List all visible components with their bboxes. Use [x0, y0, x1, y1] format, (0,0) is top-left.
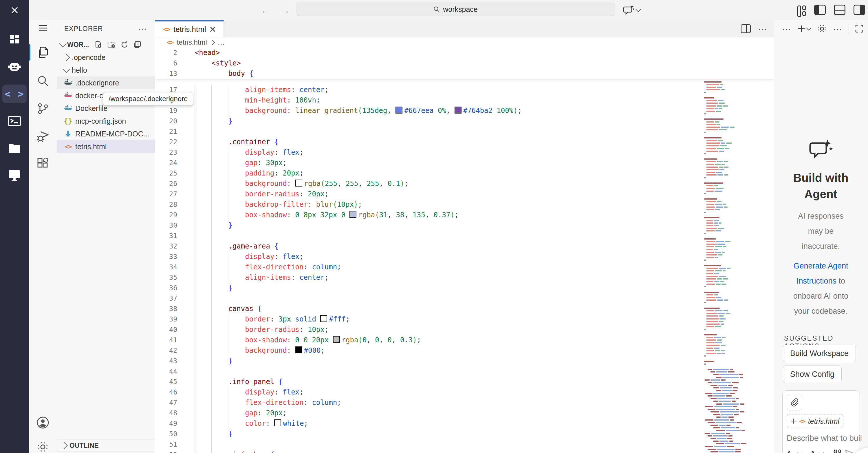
close-window-button[interactable]	[0, 0, 29, 20]
chat-composer[interactable]: <> tetris.html Describe what to buil A..…	[782, 390, 860, 453]
customize-layout-icon[interactable]	[797, 5, 806, 14]
code-line[interactable]: 50 }	[155, 429, 774, 439]
code-line[interactable]: 39 border: 3px solid #fff;	[155, 314, 774, 324]
code-line[interactable]: 46 display: flex;	[155, 387, 774, 397]
menu-icon[interactable]	[29, 18, 57, 38]
collapse-all-icon[interactable]	[133, 41, 142, 49]
chat-menu-button[interactable]	[622, 4, 640, 16]
code-line[interactable]: 45 .info-panel {	[155, 376, 774, 387]
code-line[interactable]: 32 .game-area {	[155, 241, 774, 251]
code-line[interactable]: 18 min-height: 100vh;	[155, 95, 774, 105]
tree-item[interactable]: <>tetris.html	[57, 140, 155, 153]
new-folder-icon[interactable]	[107, 41, 116, 49]
explorer-view-icon[interactable]	[29, 42, 57, 63]
tree-item[interactable]: hello	[57, 64, 155, 77]
nav-back-button[interactable]: ←	[260, 5, 271, 16]
settings-gear-icon[interactable]	[29, 436, 57, 453]
code-line[interactable]: 29 box-shadow: 0 8px 32px 0 rgba(31, 38,…	[155, 210, 774, 220]
chat-input[interactable]: Describe what to buil	[787, 433, 862, 443]
model-dropdown[interactable]: A.	[810, 449, 824, 453]
terminal-icon[interactable]	[2, 112, 27, 130]
code-line[interactable]: 26 background: rgba(255, 255, 255, 0.1);	[155, 178, 774, 189]
panel-overflow-icon[interactable]: ⋯	[833, 24, 842, 34]
code-line[interactable]: 51	[155, 439, 774, 450]
tree-item[interactable]: {}mcp-config.json	[57, 115, 155, 127]
tree-item[interactable]: .opencode	[57, 51, 155, 64]
code-line[interactable]: 37	[155, 293, 774, 304]
monitor-icon[interactable]	[2, 166, 27, 185]
robot-icon[interactable]	[2, 57, 27, 76]
code-line[interactable]: 36 }	[155, 283, 774, 293]
code-line[interactable]: 38 canvas {	[155, 304, 774, 314]
run-debug-icon[interactable]	[29, 126, 57, 147]
code-line[interactable]: 25 padding: 20px;	[155, 168, 774, 178]
refresh-icon[interactable]	[121, 41, 128, 49]
send-icon[interactable]	[844, 449, 856, 453]
code-line[interactable]: 49 color: white;	[155, 418, 774, 429]
generate-instructions-link[interactable]: Generate Agent	[793, 262, 848, 270]
build-workspace-button[interactable]: Build Workspace	[783, 345, 856, 362]
code-line[interactable]: 34 flex-direction: column;	[155, 262, 774, 272]
folder-icon[interactable]	[2, 139, 27, 157]
agent-mode-dropdown[interactable]: A..	[787, 449, 802, 453]
close-tab-icon[interactable]	[210, 26, 215, 32]
code-line[interactable]: 23 display: flex;	[155, 147, 774, 157]
panel-settings-gear-icon[interactable]	[817, 24, 827, 34]
code-line[interactable]: 52 .info-box {	[155, 450, 774, 453]
toggle-panel-icon[interactable]	[834, 5, 845, 15]
new-file-icon[interactable]	[95, 41, 102, 49]
tree-item[interactable]: README-MCP-DOC...	[57, 127, 155, 140]
context-file-chip[interactable]: <> tetris.html	[787, 414, 843, 428]
account-icon[interactable]	[29, 412, 57, 433]
code-line[interactable]: 42 background: #000;	[155, 345, 774, 356]
code-line[interactable]: 27 border-radius: 20px;	[155, 189, 774, 199]
tab-tetris-html[interactable]: <> tetris.html	[155, 20, 224, 37]
source-control-icon[interactable]	[29, 98, 57, 119]
scrollbar-track[interactable]	[766, 49, 766, 453]
code-line[interactable]: 2 <head>	[155, 48, 774, 58]
workspace-section-header[interactable]: WOR...	[57, 38, 155, 51]
breadcrumb[interactable]: <> tetris.html …	[166, 37, 225, 48]
toggle-secondary-sidebar-icon[interactable]	[854, 5, 865, 15]
minimap[interactable]	[701, 49, 766, 453]
code-line[interactable]: 17 align-items: center;	[155, 85, 774, 95]
tree-item[interactable]: .dockerignore	[57, 77, 155, 89]
code-area[interactable]: 17 align-items: center;18 min-height: 10…	[155, 85, 774, 453]
code-line[interactable]: 40 border-radius: 10px;	[155, 324, 774, 335]
code-line[interactable]: 24 gap: 30px;	[155, 157, 774, 168]
split-editor-icon[interactable]	[741, 24, 751, 33]
code-line[interactable]: 47 flex-direction: column;	[155, 397, 774, 408]
code-line[interactable]: 35 align-items: center;	[155, 272, 774, 283]
code-view-button[interactable]: < >	[2, 85, 27, 103]
code-line[interactable]: 31	[155, 231, 774, 241]
code-line[interactable]: 41 box-shadow: 0 0 20px rgba(0, 0, 0, 0.…	[155, 335, 774, 345]
sticky-scroll[interactable]: 2 <head>6 <style>13 body {	[155, 48, 774, 79]
code-line[interactable]: 30 }	[155, 220, 774, 231]
maximize-panel-icon[interactable]	[855, 25, 863, 33]
code-line[interactable]: 21	[155, 126, 774, 137]
nav-forward-button[interactable]: →	[280, 5, 290, 16]
search-view-icon[interactable]	[29, 70, 57, 91]
extensions-icon[interactable]	[29, 153, 57, 174]
code-line[interactable]: 48 gap: 20px;	[155, 408, 774, 418]
editor-actions-more-icon[interactable]: ⋯	[758, 24, 767, 34]
dashboard-icon[interactable]	[2, 30, 27, 49]
code-line[interactable]: 13 body {	[155, 68, 774, 79]
tools-icon[interactable]	[832, 449, 842, 453]
new-chat-button[interactable]	[798, 25, 811, 32]
explorer-more-button[interactable]: ⋯	[138, 24, 147, 34]
code-line[interactable]: 33 display: flex;	[155, 251, 774, 262]
code-line[interactable]: 44	[155, 366, 774, 376]
code-line[interactable]: 19 background: linear-gradient(135deg, #…	[155, 105, 774, 116]
outline-section-header[interactable]: OUTLINE	[57, 439, 155, 452]
code-line[interactable]: 28 backdrop-filter: blur(10px);	[155, 199, 774, 210]
toggle-primary-sidebar-icon[interactable]	[814, 5, 826, 15]
code-line[interactable]: 22 .container {	[155, 137, 774, 147]
generate-instructions-link[interactable]: Instructions	[797, 277, 836, 285]
code-line[interactable]: 6 <style>	[155, 58, 774, 68]
show-config-button[interactable]: Show Config	[783, 365, 842, 383]
command-center-search[interactable]: workspace	[296, 3, 615, 16]
panel-more-icon[interactable]: ⋯	[782, 24, 791, 34]
code-line[interactable]: 20 }	[155, 116, 774, 126]
attach-button[interactable]	[787, 395, 802, 411]
